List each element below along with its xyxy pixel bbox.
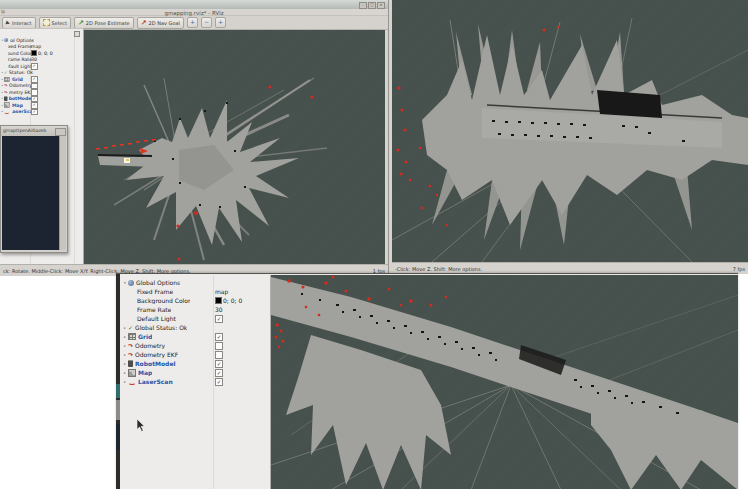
display-label: Background Color — [137, 297, 190, 304]
display-row-fixed-frame[interactable]: Fixed Framemap — [120, 287, 270, 296]
render-view-main[interactable] — [84, 30, 385, 264]
display-row-odometry-ekf[interactable]: ▸↷Odometry EKF — [120, 350, 270, 359]
display-label: Default Light — [8, 64, 32, 69]
property-value[interactable]: 0; 0; 0 — [223, 297, 242, 304]
display-row-global-status-ok[interactable]: ▸✓Global Status: Ok — [120, 323, 270, 332]
select-tool-button[interactable]: Select — [39, 17, 71, 29]
display-row-laserscan[interactable]: ▸LaserScan✓ — [120, 377, 270, 386]
mouse-cursor — [137, 419, 147, 433]
display-checkbox[interactable]: ✓ — [215, 360, 223, 368]
status-ok-icon: ✓ — [128, 325, 133, 331]
property-value[interactable]: 0; 0; 0 — [38, 51, 53, 56]
property-value[interactable]: 30 — [31, 57, 37, 62]
add-tool-button[interactable]: + — [187, 17, 198, 28]
display-row-background-color[interactable]: Background Color0; 0; 0 — [120, 296, 270, 305]
display-checkbox[interactable]: ✓ — [215, 315, 223, 323]
display-value-cell: ✓ — [215, 378, 223, 386]
display-label: Odometry — [135, 342, 165, 349]
titlebar[interactable]: gmapping.rviz* - RViz – □ ✕ — [0, 0, 388, 9]
console-scrollbar[interactable] — [59, 136, 66, 250]
display-value-cell: map — [31, 44, 41, 49]
display-value-cell: ✓ — [215, 315, 223, 323]
odometry-icon: ↷ — [128, 352, 133, 357]
display-checkbox[interactable]: ✓ — [215, 369, 223, 377]
status-ok-icon: ✓ — [4, 71, 8, 75]
display-label: Fixed Frame — [8, 44, 32, 49]
display-label: Fixed Frame — [137, 288, 173, 295]
color-swatch — [31, 50, 37, 56]
fps-counter: 7 fps — [733, 266, 745, 272]
display-checkbox[interactable] — [215, 342, 223, 350]
tool-label: 2D Nav Goal — [149, 20, 180, 26]
display-checkbox[interactable]: ✓ — [215, 378, 223, 386]
property-value[interactable]: map — [31, 44, 41, 49]
display-checkbox[interactable] — [215, 351, 223, 359]
color-swatch — [215, 297, 222, 304]
display-label: RobotModel — [135, 360, 176, 367]
tool-label: Interact — [12, 20, 32, 26]
display-row-frame-rate[interactable]: Frame Rate30 — [120, 305, 270, 314]
odometry-icon: ↷ — [4, 91, 8, 95]
maximize-button[interactable]: □ — [368, 2, 376, 9]
odometry-icon: ↷ — [128, 343, 133, 348]
display-checkbox[interactable]: ✓ — [31, 109, 38, 116]
display-row-default-light[interactable]: Default Light✓ — [120, 314, 270, 323]
display-label: Global Options — [10, 38, 34, 43]
globe-icon — [128, 280, 134, 286]
console-titlebar[interactable]: gmapOpenAiGazeb — [1, 126, 67, 136]
extra-tool-button[interactable]: + — [215, 17, 226, 28]
console-window-button[interactable] — [55, 128, 66, 136]
close-button[interactable]: ✕ — [377, 2, 385, 9]
display-label: Default Light — [137, 315, 176, 322]
window-controls: – □ ✕ — [359, 2, 385, 9]
nav-goal-tool-button[interactable]: ↗ 2D Nav Goal — [137, 17, 184, 29]
display-label: Global Status: Ok — [135, 324, 187, 331]
tool-label: 2D Pose Estimate — [86, 20, 130, 26]
remove-tool-button[interactable]: − — [201, 17, 212, 28]
laser-icon — [128, 378, 136, 385]
green-arrow-icon: ↗ — [78, 20, 84, 26]
robot-marker — [124, 158, 130, 163]
red-arrow-icon: ↗ — [141, 20, 147, 26]
robot-icon — [4, 96, 8, 101]
render-view-bottom[interactable] — [271, 275, 738, 489]
display-label: Map — [138, 369, 152, 376]
displays-panel: ▾Global OptionsFixed FramemapBackground … — [120, 275, 271, 489]
display-row-odometry[interactable]: ▸↷Odometry — [120, 341, 270, 350]
display-checkbox[interactable]: ✓ — [215, 333, 223, 341]
display-label: Frame Rate — [8, 57, 32, 62]
odometry-icon: ↷ — [4, 84, 8, 88]
display-row-grid[interactable]: ▸Grid✓ — [120, 332, 270, 341]
display-value-cell: 30 — [31, 57, 37, 62]
render-view-right[interactable] — [392, 0, 748, 262]
display-value-cell: 0; 0; 0 — [31, 50, 53, 56]
property-value[interactable]: 30 — [215, 306, 223, 313]
pose-estimate-tool-button[interactable]: ↗ 2D Pose Estimate — [74, 17, 134, 29]
console-title: gmapOpenAiGazeb — [3, 128, 46, 133]
display-label: Grid — [138, 333, 152, 340]
interact-cursor-icon — [5, 20, 10, 25]
status-hint: -Click: Move Z. Shift: More options. — [395, 266, 482, 272]
property-value[interactable]: map — [215, 288, 228, 295]
select-box-icon — [43, 19, 50, 26]
display-row-robotmodel[interactable]: ▸RobotModel✓ — [120, 359, 270, 368]
rviz-bottom-window: ▾Global OptionsFixed FramemapBackground … — [116, 273, 738, 489]
display-value-cell: ✓ — [215, 360, 223, 368]
display-value-cell: ✓ — [215, 333, 223, 341]
map-icon — [4, 102, 10, 108]
map-render-mid — [392, 0, 748, 262]
display-label: RobotModel — [9, 96, 33, 101]
console-output[interactable] — [2, 136, 59, 250]
display-row-global-options[interactable]: ▾Global Options — [120, 278, 270, 287]
display-row-map[interactable]: ▸Map✓ — [120, 368, 270, 377]
display-row-laserscan[interactable]: ▸LaserScan✓ — [0, 109, 83, 116]
minimize-button[interactable]: – — [359, 2, 367, 9]
console-window: gmapOpenAiGazeb — [0, 125, 68, 253]
interact-tool-button[interactable]: Interact — [2, 17, 36, 29]
display-label: Background Color — [8, 51, 32, 56]
display-tree: ▾Global OptionsFixed FramemapBackground … — [0, 37, 83, 115]
window-title: gmapping.rviz* - RViz — [164, 10, 223, 16]
laser-icon — [4, 109, 10, 114]
desktop: { "colors": { "viewport_bg": "#47514d", … — [0, 0, 748, 489]
display-label: Map — [12, 103, 23, 108]
